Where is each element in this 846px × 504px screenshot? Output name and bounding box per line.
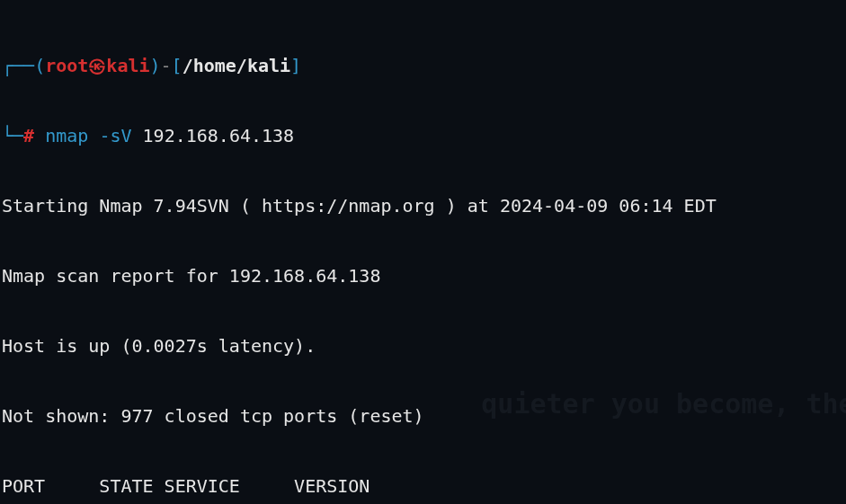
prompt-user: root (45, 55, 88, 76)
table-header: PORT STATE SERVICE VERSION (2, 474, 846, 498)
bracket-close: ] (290, 55, 301, 76)
command-target: 192.168.64.138 (143, 125, 295, 146)
output-not-shown: Not shown: 977 closed tcp ports (reset) (2, 404, 846, 428)
box-corner-icon: └─ (2, 125, 23, 146)
paren-close: ) (150, 55, 161, 76)
prompt-path: /home/kali (183, 55, 290, 76)
bracket-open: [ (172, 55, 183, 76)
output-host-up: Host is up (0.0027s latency). (2, 334, 846, 358)
output-report: Nmap scan report for 192.168.64.138 (2, 264, 846, 287)
output-start: Starting Nmap 7.94SVN ( https://nmap.org… (2, 194, 846, 217)
prompt-line-1: ┌──(root㉿kali)-[/home/kali] (2, 54, 846, 77)
command: nmap -sV (45, 125, 131, 146)
skull-icon: ㉿ (88, 55, 106, 76)
box-corner-icon: ┌── (2, 55, 34, 76)
prompt-line-2: └─# nmap -sV 192.168.64.138 (2, 124, 846, 147)
paren-open: ( (34, 55, 45, 76)
prompt-dash: - (161, 55, 172, 76)
prompt-host: kali (106, 55, 149, 76)
prompt-hash: # (23, 125, 34, 146)
terminal-output[interactable]: ┌──(root㉿kali)-[/home/kali] └─# nmap -sV… (0, 0, 846, 504)
